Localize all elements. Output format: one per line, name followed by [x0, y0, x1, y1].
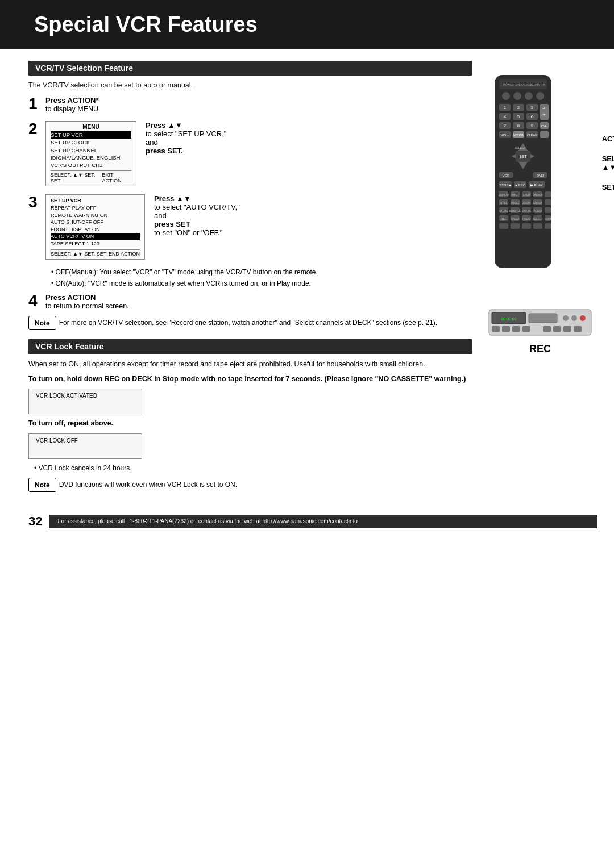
step-4-label: Press ACTION [45, 293, 96, 302]
note-1-text: For more on VCR/TV selection, see "Recor… [59, 318, 437, 328]
svg-rect-109 [553, 326, 561, 332]
svg-rect-110 [563, 326, 571, 332]
vcr-tv-section: VCR/TV Selection Feature The VCR/TV sele… [28, 61, 472, 333]
step-1-content: Press ACTION* to display MENU. [45, 96, 472, 113]
svg-text:8: 8 [517, 123, 520, 128]
svg-rect-111 [574, 326, 582, 332]
remote-illustration-container: POWER OPEN/CLOSE VCR/TV TV 1 2 3 CH [483, 72, 597, 290]
svg-text:CH-: CH- [541, 124, 547, 128]
vcr-tv-intro: The VCR/TV selection can be set to auto … [28, 81, 472, 89]
svg-text:00:00:00: 00:00:00 [501, 317, 516, 321]
vcr-lock-desc1: When set to ON, all operations except fo… [28, 360, 472, 370]
note-1-wrapper: Note For more on VCR/TV selection, see "… [28, 316, 472, 333]
footer-notice: For assistance, please call : 1-800-211-… [49, 515, 597, 528]
svg-text:● REC: ● REC [515, 183, 526, 187]
vcr-lock-bold: To turn on, hold down REC on DECK in Sto… [28, 374, 472, 385]
svg-point-101 [563, 315, 569, 321]
svg-text:+: + [542, 112, 545, 118]
svg-text:5: 5 [517, 114, 520, 119]
svg-text:SET: SET [519, 155, 527, 158]
step-4: 4 Press ACTION to return to normal scree… [28, 293, 472, 310]
s3-menu-item-1: REPEAT PLAY OFF [51, 205, 140, 212]
svg-rect-106 [512, 326, 520, 332]
vcr-lock-bullet-0: VCR Lock cancels in 24 hours. [34, 464, 472, 473]
svg-rect-93 [511, 223, 520, 229]
step-2-press2: press SET. [146, 147, 183, 155]
svg-point-4 [502, 92, 510, 100]
svg-text:INPUT: INPUT [511, 194, 519, 197]
note-2-wrapper: Note DVD functions will work even when V… [28, 478, 472, 495]
svg-rect-59 [545, 191, 551, 197]
svg-text:VAR.ML: VAR.ML [522, 210, 532, 212]
step-3-and: and [154, 211, 167, 220]
step-1-detail: to display MENU. [45, 105, 101, 113]
step-4-number: 4 [28, 293, 41, 309]
s3-footer-right: END ACTION [109, 251, 140, 257]
vcr-lock-header: VCR Lock Feature [28, 339, 472, 354]
menu-footer-right: EXIT ACTION [102, 172, 131, 183]
step-3-text: Press ▲▼ to select "AUTO VCR/TV," and pr… [154, 194, 240, 237]
action-label: ACTION [602, 135, 614, 143]
svg-text:ENTER: ENTER [533, 202, 542, 205]
svg-text:VCR: VCR [503, 174, 510, 177]
svg-point-102 [571, 315, 577, 321]
svg-rect-107 [522, 326, 530, 332]
menu-item-3: IDIOMA/LANGUE: ENGLISH [51, 154, 131, 161]
svg-point-5 [513, 92, 521, 100]
remote-svg: POWER OPEN/CLOSE VCR/TV TV 1 2 3 CH [483, 72, 563, 288]
svg-rect-69 [545, 207, 551, 213]
step3-bullets: OFF(Manual): You select "VCR" or "TV" mo… [45, 268, 472, 289]
menu-item-0: SET UP VCR [51, 131, 131, 139]
svg-text:CH: CH [542, 106, 547, 110]
content-area: VCR/TV Selection Feature The VCR/TV sele… [0, 61, 614, 500]
screen-on-text: VCR LOCK ACTIVATED [36, 393, 97, 399]
svg-text:4: 4 [504, 114, 507, 119]
svg-rect-105 [502, 326, 510, 332]
step-3-press: Press ▲▼ [154, 194, 191, 203]
svg-text:9: 9 [531, 123, 534, 128]
menu-title-step2: MENU [51, 124, 131, 130]
svg-text:VOL+: VOL+ [501, 133, 509, 137]
svg-text:SUBTTLE: SUBTTLE [509, 210, 521, 212]
bullet-note-0: OFF(Manual): You select "VCR" or "TV" mo… [51, 268, 472, 277]
note-2-label: Note [35, 481, 50, 489]
svg-text:SELECT: SELECT [533, 218, 543, 220]
screen-box-off: VCR LOCK OFF [28, 433, 142, 459]
menu-footer-left: SELECT: ▲▼ SET: SET [51, 172, 102, 183]
step-2-text: Press ▲▼ to select "SET UP VCR," and pre… [146, 121, 226, 155]
svg-text:STUNE: STUNE [499, 210, 508, 212]
select-label: SELECT ▲▼ [602, 155, 614, 172]
svg-rect-104 [492, 326, 500, 332]
menu-item-1: SET UP CLOCK [51, 139, 131, 146]
svg-text:CLEAR: CLEAR [527, 133, 537, 137]
note-1-box: Note [28, 316, 56, 330]
menu-box-step3: SET UP VCR REPEAT PLAY OFF REMOTE WARNIN… [45, 194, 145, 259]
s3-menu-item-5: AUTO VCR/TV ON [51, 233, 140, 240]
step-3-action2: to set "ON" or "OFF." [154, 228, 222, 237]
s3-menu-footer: SELECT: ▲▼ SET: SET END ACTION [51, 249, 140, 257]
remote-labels: ACTION SELECT ▲▼ SET [602, 135, 614, 191]
svg-text:3: 3 [531, 105, 534, 110]
step-2-action1: to select "SET UP VCR," [146, 130, 226, 138]
svg-text:▶ PLAY: ▶ PLAY [530, 183, 543, 187]
title-bar: Special VCR Features [0, 0, 614, 49]
step-1-number: 1 [28, 96, 41, 112]
note-1-label: Note [35, 319, 50, 327]
svg-rect-64 [545, 199, 551, 205]
step-3-action1: to select "AUTO VCR/TV," [154, 203, 240, 211]
note-2-box: Note [28, 478, 56, 492]
svg-rect-92 [499, 223, 508, 229]
note-2-text: DVD functions will work even when VCR Lo… [59, 480, 237, 490]
svg-text:REC: REC [501, 218, 507, 220]
svg-text:PROG: PROG [522, 218, 530, 220]
svg-text:STILL: STILL [500, 202, 508, 205]
svg-rect-96 [545, 223, 551, 229]
step-2-press: Press ▲▼ [146, 121, 182, 130]
svg-text:SELECT: SELECT [515, 146, 525, 149]
vcr-lock-section: VCR Lock Feature When set to ON, all ope… [28, 339, 472, 495]
step-2: 2 MENU SET UP VCR SET UP CLOCK SET UP CH… [28, 121, 472, 186]
svg-rect-100 [529, 314, 557, 323]
s3-menu-item-2: REMOTE WARNING ON [51, 212, 140, 219]
vcr-tv-header: VCR/TV Selection Feature [28, 61, 472, 76]
step-3-content: SET UP VCR REPEAT PLAY OFF REMOTE WARNIN… [45, 194, 240, 259]
